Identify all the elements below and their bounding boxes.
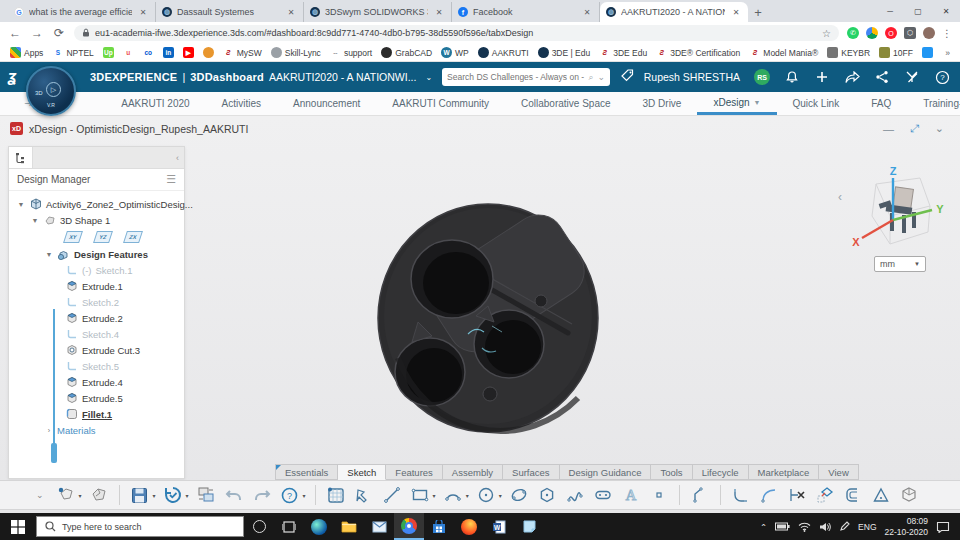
- tree-label[interactable]: Extrude.1: [82, 281, 123, 292]
- bookmark-item[interactable]: --support: [330, 47, 372, 58]
- tree-label[interactable]: Fillet.1: [82, 409, 112, 420]
- browser-tab[interactable]: G what is the average efficiency of ✕: [8, 2, 156, 22]
- dropdown-arrow-icon[interactable]: ▾: [499, 492, 502, 499]
- tree-row-feature[interactable]: Sketch.5: [9, 358, 184, 374]
- bookmark-item[interactable]: SNPTEL: [52, 47, 93, 58]
- text-icon[interactable]: A: [619, 483, 643, 507]
- bookmark-item[interactable]: KEYBR: [827, 47, 870, 58]
- polygon-icon[interactable]: [535, 483, 559, 507]
- ribbon-tab-essentials[interactable]: Essentials: [275, 464, 338, 480]
- offset-icon[interactable]: [841, 483, 865, 507]
- bookmark-item[interactable]: Skill-Lync: [271, 47, 321, 58]
- task-view-icon[interactable]: [274, 513, 304, 540]
- user-name[interactable]: Rupesh SHRESTHA: [644, 71, 740, 83]
- bookmarks-overflow-chevron[interactable]: »: [945, 48, 950, 58]
- language-indicator[interactable]: ENG: [858, 522, 876, 532]
- ribbon-tab-view[interactable]: View: [819, 464, 858, 480]
- tree-row-design-features[interactable]: ▼ Design Features: [9, 246, 184, 262]
- tangent-arc-icon[interactable]: [757, 483, 781, 507]
- tree-label[interactable]: Extrude.2: [82, 313, 123, 324]
- minimize-button[interactable]: ─: [876, 0, 904, 22]
- tab-close-icon[interactable]: ✕: [433, 8, 445, 17]
- app-minimize-button[interactable]: —: [883, 123, 894, 135]
- close-button[interactable]: ✕: [932, 0, 960, 22]
- compass-play-icon[interactable]: ▷: [46, 82, 61, 97]
- sketch-grid-icon[interactable]: [324, 483, 348, 507]
- browser-tab[interactable]: ◍ Dassault Systemes ✕: [156, 2, 304, 22]
- nav-item-collaborative-space[interactable]: Collaborative Space: [505, 92, 627, 115]
- chamfer-icon[interactable]: [688, 483, 712, 507]
- tree-row-feature[interactable]: Extrude Cut.3: [9, 342, 184, 358]
- tree-row-feature[interactable]: Extrude.1: [9, 278, 184, 294]
- point-icon[interactable]: [647, 483, 671, 507]
- tag-icon[interactable]: [620, 68, 635, 86]
- tree-row-feature[interactable]: Extrude.2: [9, 310, 184, 326]
- redo-icon[interactable]: [250, 483, 274, 507]
- sync-check-icon[interactable]: [161, 483, 185, 507]
- back-button[interactable]: ←: [8, 26, 22, 40]
- axes-triad[interactable]: Z Y X: [846, 166, 946, 254]
- panel-menu-icon[interactable]: ☰: [166, 173, 176, 186]
- ribbon-tab-lifecycle[interactable]: Lifecycle: [693, 464, 749, 480]
- trim-icon[interactable]: [785, 483, 809, 507]
- line-icon[interactable]: [380, 483, 404, 507]
- dropdown-arrow-icon[interactable]: ▾: [466, 492, 469, 499]
- drive-extension-icon[interactable]: [866, 27, 878, 39]
- tree-label[interactable]: 3D Shape 1: [60, 215, 110, 226]
- bookmark-item[interactable]: GrabCAD: [381, 47, 432, 58]
- user-avatar-badge[interactable]: RS: [754, 69, 770, 85]
- firefox-icon[interactable]: [454, 513, 484, 540]
- tree-row-feature[interactable]: Extrude.4: [9, 374, 184, 390]
- dropdown-arrow-icon[interactable]: ▾: [79, 492, 82, 499]
- nav-item-3d-drive[interactable]: 3D Drive: [627, 92, 698, 115]
- cortana-icon[interactable]: [244, 513, 274, 540]
- constraint-icon[interactable]: [869, 483, 893, 507]
- tree-label[interactable]: Activity6_Zone2_OptimisticDesig...: [46, 199, 193, 210]
- bookmark-item[interactable]: 10FF: [879, 47, 913, 58]
- caret-down-icon[interactable]: ▼: [31, 217, 39, 224]
- tree-label[interactable]: Design Features: [74, 249, 148, 260]
- bookmark-item[interactable]: [203, 47, 214, 58]
- bookmark-item[interactable]: 3DE | Edu: [538, 47, 591, 58]
- tree-label[interactable]: Sketch.1: [96, 265, 133, 276]
- taskbar-clock[interactable]: 08:09 22-10-2020: [885, 516, 928, 536]
- plus-icon[interactable]: [814, 69, 830, 85]
- tab-close-icon[interactable]: ✕: [285, 8, 297, 17]
- tree-row-feature[interactable]: Sketch.2: [9, 294, 184, 310]
- reload-button[interactable]: ⟳: [52, 26, 66, 40]
- start-icon[interactable]: [0, 513, 36, 540]
- bookmark-item[interactable]: ƧModel Mania®: [749, 47, 818, 58]
- bookmark-item[interactable]: co: [143, 47, 154, 58]
- ribbon-tab-surfaces[interactable]: Surfaces: [503, 464, 560, 480]
- extensions-puzzle-icon[interactable]: ⬡: [904, 27, 916, 39]
- dropdown-arrow-icon[interactable]: ▾: [433, 492, 436, 499]
- help-icon[interactable]: ?: [934, 69, 950, 85]
- edge-icon[interactable]: [304, 513, 334, 540]
- ribbon-tab-assembly[interactable]: Assembly: [443, 464, 503, 480]
- plane-xy-icon[interactable]: XY: [63, 231, 83, 243]
- forward-button[interactable]: →: [30, 26, 44, 40]
- nav-item-activities[interactable]: Activities: [206, 92, 277, 115]
- ribbon-tab-marketplace[interactable]: Marketplace: [749, 464, 820, 480]
- plane-yz-icon[interactable]: YZ: [93, 231, 113, 243]
- ellipse-icon[interactable]: [507, 483, 531, 507]
- ds-search-box[interactable]: ⌕ ⌄: [442, 68, 610, 86]
- ds-mark-icon[interactable]: [904, 69, 920, 85]
- open-part-icon[interactable]: [87, 483, 111, 507]
- chrome-icon[interactable]: [394, 513, 424, 540]
- ribbon-tab-tools[interactable]: Tools: [651, 464, 692, 480]
- slot-icon[interactable]: [591, 483, 615, 507]
- nav-item-faq[interactable]: FAQ: [855, 92, 907, 115]
- dropdown-arrow-icon[interactable]: ▾: [153, 492, 156, 499]
- new-tab-button[interactable]: +: [748, 2, 768, 22]
- help-icon[interactable]: ?: [278, 483, 302, 507]
- tab-close-icon[interactable]: ✕: [137, 8, 149, 17]
- tree-row-shape[interactable]: ▼ 3D Shape 1: [9, 212, 184, 228]
- search-chevron-icon[interactable]: ⌄: [598, 72, 606, 82]
- file-explorer-icon[interactable]: [334, 513, 364, 540]
- tree-row-feature[interactable]: Extrude.5: [9, 390, 184, 406]
- ribbon-tab-sketch[interactable]: Sketch: [338, 464, 386, 480]
- tree-label[interactable]: Extrude Cut.3: [82, 345, 140, 356]
- tab-close-icon[interactable]: ✕: [581, 8, 593, 17]
- tree-label[interactable]: Extrude.4: [82, 377, 123, 388]
